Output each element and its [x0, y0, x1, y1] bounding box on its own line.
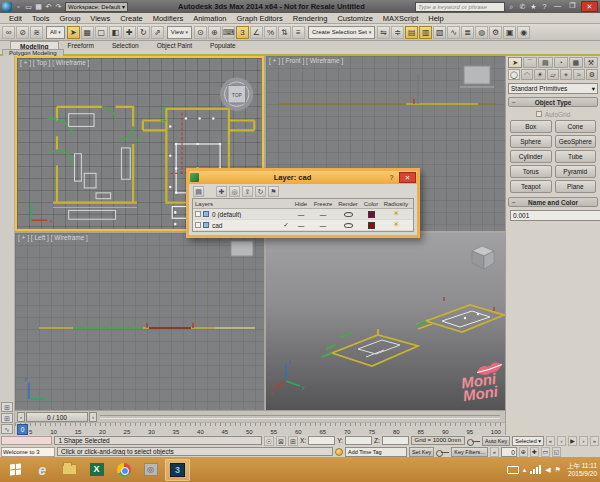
communication-center-icon[interactable]: ✆	[518, 3, 527, 11]
menu-help[interactable]: Help	[423, 14, 448, 23]
color-cell[interactable]	[361, 222, 381, 229]
primitive-button-torus[interactable]: Torus	[510, 165, 552, 178]
bind-to-space-warp-icon[interactable]: ≋	[30, 26, 43, 39]
render-cell[interactable]	[335, 222, 361, 229]
hide-cell[interactable]: —	[291, 222, 311, 229]
layer-dialog-close-button[interactable]: ✕	[399, 172, 416, 183]
primitive-button-sphere[interactable]: Sphere	[510, 135, 552, 148]
highlight-layer-icon[interactable]: ⚑	[268, 186, 279, 197]
select-and-link-icon[interactable]: ∞	[2, 26, 15, 39]
ribbon-tab-populate[interactable]: Populate	[201, 41, 245, 50]
layer-row[interactable]: 0 (default)——☀	[193, 209, 413, 220]
menu-group[interactable]: Group	[54, 14, 85, 23]
angle-snap-icon[interactable]: ∠	[250, 26, 263, 39]
hierarchy-tab[interactable]: ▤	[538, 57, 552, 68]
z-coordinate-input[interactable]	[382, 436, 409, 445]
hide-cell[interactable]: —	[291, 211, 311, 218]
menu-rendering[interactable]: Rendering	[288, 14, 333, 23]
freeze-cell[interactable]: —	[311, 222, 335, 229]
next-frame-icon[interactable]: ›	[579, 436, 588, 446]
open-file-icon[interactable]: ▭	[24, 3, 33, 11]
y-coordinate-input[interactable]	[345, 436, 372, 445]
menu-maxscript[interactable]: MAXScript	[378, 14, 423, 23]
taskbar-clock[interactable]: 上午 11:11 2015/9/20	[567, 462, 597, 478]
pan-view-icon[interactable]: ✚	[530, 447, 539, 457]
spinner-snap-icon[interactable]: ⇅	[278, 26, 291, 39]
rendered-frame-icon[interactable]: ▣	[503, 26, 516, 39]
render-setup-icon[interactable]: ⚙	[489, 26, 502, 39]
menu-edit[interactable]: Edit	[4, 14, 27, 23]
set-key-button[interactable]: Set Key	[409, 447, 434, 457]
viewport-left[interactable]: [ + ] [ Left ] [ Wireframe ] y z	[15, 233, 264, 410]
viewport-perspective[interactable]: z x y Moni Moni	[266, 233, 505, 410]
viewport-layout-tab-b[interactable]: ⊞	[1, 413, 13, 423]
ribbon-tab-selection[interactable]: Selection	[103, 41, 148, 50]
primitive-button-cylinder[interactable]: Cylinder	[510, 150, 552, 163]
helpers-category-icon[interactable]: ⌖	[560, 69, 572, 80]
track-bar[interactable]: 0 51015202530354045505560657075808590951…	[15, 422, 505, 435]
frame-forward-button[interactable]: ›	[89, 412, 97, 422]
layer-checkbox[interactable]	[195, 222, 201, 228]
percent-snap-icon[interactable]: %	[264, 26, 277, 39]
cameras-category-icon[interactable]: ▱	[547, 69, 559, 80]
play-icon[interactable]: ▶	[568, 436, 577, 446]
x-coordinate-input[interactable]	[308, 436, 335, 445]
primitive-button-tube[interactable]: Tube	[555, 150, 597, 163]
create-selection-set-dropdown[interactable]: Create Selection Set ▾	[308, 26, 375, 39]
snaps-toggle-icon[interactable]: 3	[236, 26, 249, 39]
window-crossing-icon[interactable]: ◧	[109, 26, 122, 39]
taskbar-explorer-icon[interactable]	[57, 459, 82, 481]
taskbar-3dsmax-icon[interactable]: 3	[165, 459, 190, 481]
show-hidden-icons[interactable]: ▴	[523, 466, 527, 474]
primitive-button-geosphere[interactable]: GeoSphere	[555, 135, 597, 148]
shapes-category-icon[interactable]: ◠	[521, 69, 533, 80]
radiosity-cell[interactable]: ☀	[381, 221, 411, 229]
search-icon[interactable]: ⌕	[507, 3, 516, 11]
unlink-selection-icon[interactable]: ⊘	[16, 26, 29, 39]
space-warps-category-icon[interactable]: ≈	[573, 69, 585, 80]
keyboard-indicator-icon[interactable]	[507, 466, 519, 474]
selection-lock-icon[interactable]: ⊠	[276, 436, 286, 446]
select-and-manipulate-icon[interactable]: ⊕	[208, 26, 221, 39]
start-button[interactable]	[3, 459, 28, 481]
zoom-extents-icon[interactable]: ⊕	[519, 447, 528, 457]
taskbar-chrome-icon[interactable]	[111, 459, 136, 481]
motion-tab[interactable]: ◔	[554, 57, 568, 68]
rectangular-selection-icon[interactable]: ▢	[95, 26, 108, 39]
menu-graph-editors[interactable]: Graph Editors	[232, 14, 288, 23]
key-filters-button[interactable]: Key Filters...	[451, 447, 488, 457]
scene-explorer-icon[interactable]: ▤	[405, 26, 418, 39]
isolate-selection-icon[interactable]: ☉	[264, 436, 274, 446]
taskbar-ie-icon[interactable]: e	[30, 459, 55, 481]
object-type-rollout[interactable]: −Object Type	[508, 97, 598, 107]
viewport-front-label[interactable]: [ + ] [ Front ] [ Wireframe ]	[269, 57, 343, 64]
radiosity-cell[interactable]: ☀	[381, 210, 411, 218]
primitives-dropdown[interactable]: Standard Primitives▾	[508, 83, 598, 94]
select-and-move-icon[interactable]: ✚	[123, 26, 136, 39]
new-layer-icon[interactable]: ▤	[193, 186, 204, 197]
curve-editor-icon[interactable]: ∿	[447, 26, 460, 39]
menu-animation[interactable]: Animation	[188, 14, 231, 23]
set-current-layer-icon[interactable]: ⇪	[242, 186, 253, 197]
frame-back-button[interactable]: ‹	[17, 412, 25, 422]
display-tab[interactable]: ▦	[569, 57, 583, 68]
workspace-dropdown[interactable]: Workspace: Default ▾	[65, 2, 128, 12]
ribbon-tab-object-paint[interactable]: Object Paint	[148, 41, 201, 50]
viewport-left-label[interactable]: [ + ] [ Left ] [ Wireframe ]	[18, 234, 88, 241]
primitive-button-pyramid[interactable]: Pyramid	[555, 165, 597, 178]
ribbon-toggle-icon[interactable]: ▧	[433, 26, 446, 39]
search-input[interactable]: Type a keyword or phrase	[415, 2, 505, 12]
undo-icon[interactable]: ↶	[44, 3, 53, 11]
minimize-button[interactable]: —	[551, 1, 564, 12]
select-and-rotate-icon[interactable]: ↻	[137, 26, 150, 39]
rewind-icon[interactable]: «	[490, 447, 499, 457]
layer-explorer-icon[interactable]: ▥	[419, 26, 432, 39]
selection-filter-dropdown[interactable]: All ▾	[46, 26, 65, 39]
primitive-button-box[interactable]: Box	[510, 120, 552, 133]
keyboard-override-icon[interactable]: ⌨	[222, 26, 235, 39]
select-by-name-icon[interactable]: ▦	[81, 26, 94, 39]
layer-row[interactable]: cad✓——☀	[193, 220, 413, 231]
network-icon[interactable]	[530, 465, 541, 474]
redo-icon[interactable]: ↷	[54, 3, 63, 11]
taskbar-media-app-icon[interactable]: ◎	[138, 459, 163, 481]
